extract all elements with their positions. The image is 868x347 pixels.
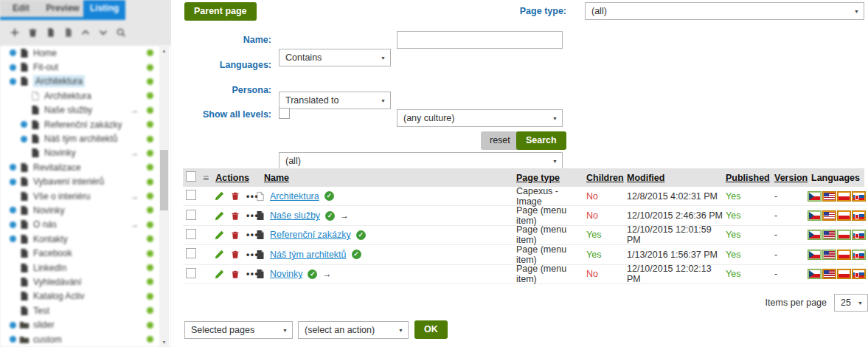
flag-cz-icon[interactable]	[808, 269, 822, 279]
tree-item-label[interactable]: Vybavení interiérů	[33, 176, 104, 187]
items-per-page-select[interactable]: 25 ▼	[834, 294, 868, 312]
tree-item-label[interactable]: slider	[33, 320, 55, 330]
tree-item-label[interactable]: Test	[33, 306, 49, 316]
page-name-link[interactable]: Referenční zakázky	[270, 230, 351, 240]
tree-expander-dot[interactable]	[7, 47, 18, 58]
tree-item-label[interactable]: Fit-out	[33, 62, 58, 72]
tree-item-referen-n-zak-zky[interactable]: Referenční zakázky	[0, 117, 171, 131]
page-type-select[interactable]: (all) ▼	[585, 2, 864, 20]
tree-item-custom[interactable]: custom	[0, 332, 171, 346]
persona-select[interactable]: (all) ▼	[279, 152, 563, 170]
mass-action-scope-select[interactable]: Selected pages ▼	[184, 321, 293, 339]
tree-expander-dot[interactable]	[18, 119, 29, 130]
header-children[interactable]: Children	[586, 173, 624, 183]
tab-preview[interactable]: Preview	[42, 0, 84, 17]
tree-item-label[interactable]: Vyhledávání	[33, 277, 82, 287]
header-page-type[interactable]: Page type	[516, 173, 560, 183]
flag-us-icon[interactable]	[822, 191, 836, 202]
column-settings-icon[interactable]: ≡	[203, 172, 209, 184]
row-checkbox[interactable]	[186, 229, 196, 239]
tree-item-label[interactable]: Revitalizace	[33, 162, 81, 173]
tree-item-label[interactable]: Novinky	[44, 148, 76, 158]
copy-page-icon[interactable]	[41, 24, 59, 41]
tree-item-label[interactable]: Naše služby	[44, 105, 92, 115]
tree-item-label[interactable]: Architektura	[33, 75, 85, 87]
tree-item-revitalizace[interactable]: Revitalizace	[0, 160, 171, 174]
select-all-checkbox[interactable]	[186, 171, 196, 182]
delete-trash-icon[interactable]	[231, 230, 240, 240]
name-filter-input[interactable]	[397, 31, 563, 49]
move-up-icon[interactable]	[77, 24, 94, 41]
row-checkbox[interactable]	[186, 190, 196, 200]
tree-item-facebook[interactable]: Facebook	[0, 246, 171, 260]
new-page-icon[interactable]	[6, 24, 24, 41]
tree-item-label[interactable]: Novinky	[33, 205, 65, 216]
tree-item-linkedin[interactable]: LinkedIn	[0, 261, 171, 275]
flag-pl-icon[interactable]	[837, 250, 851, 260]
flag-us-icon[interactable]	[822, 250, 836, 260]
tree-item-label[interactable]: Architektura	[44, 91, 91, 101]
flag-us-icon[interactable]	[822, 210, 836, 221]
flag-cz-icon[interactable]	[808, 210, 822, 221]
flag-pl-icon[interactable]	[837, 230, 851, 240]
tree-item-katalog-activ[interactable]: Katalog Activ	[0, 289, 171, 303]
search-button[interactable]: Search	[516, 131, 566, 150]
scrollbar-thumb[interactable]	[160, 150, 168, 210]
header-published[interactable]: Published	[726, 173, 770, 183]
tree-item-n-t-m-architekt[interactable]: Náš tým architektů	[0, 131, 171, 145]
search-icon[interactable]	[112, 24, 130, 41]
edit-pencil-icon[interactable]	[215, 269, 224, 279]
tree-expander-dot[interactable]	[7, 233, 18, 244]
tree-expander-dot[interactable]	[7, 162, 18, 173]
parent-page-button[interactable]: Parent page	[184, 2, 257, 21]
flag-sk-icon[interactable]	[852, 210, 866, 221]
tree-item-architektura[interactable]: Architektura	[0, 89, 171, 103]
tree-item-label[interactable]: Vše o interiéru	[33, 191, 90, 202]
tree-expander-dot[interactable]	[7, 219, 18, 230]
flag-sk-icon[interactable]	[852, 269, 866, 279]
flag-cz-icon[interactable]	[808, 191, 822, 202]
flag-sk-icon[interactable]	[852, 250, 866, 260]
flag-pl-icon[interactable]	[837, 269, 851, 279]
tree-item-vyhled-v-n[interactable]: Vyhledávání	[0, 275, 171, 289]
tab-edit[interactable]: Edit	[0, 0, 42, 17]
tree-item-test[interactable]: Test	[0, 303, 171, 317]
tree-item-slider[interactable]: slider	[0, 317, 171, 331]
tree-item-label[interactable]: custom	[33, 334, 62, 345]
page-name-link[interactable]: Náš tým architektů	[270, 250, 347, 260]
row-checkbox[interactable]	[186, 248, 196, 258]
tree-expander-dot[interactable]	[18, 134, 29, 145]
languages-operator-select[interactable]: Translated to ▼	[279, 92, 391, 109]
tree-item-label[interactable]: Katalog Activ	[33, 291, 84, 301]
tree-item-vybaven-interi-r[interactable]: Vybavení interiérů	[0, 175, 171, 189]
flag-us-icon[interactable]	[822, 269, 836, 279]
row-checkbox[interactable]	[186, 268, 196, 278]
tree-item-v-e-o-interi-ru[interactable]: Vše o interiéru→	[0, 189, 171, 203]
ok-button[interactable]: OK	[414, 320, 448, 339]
tree-item-architektura[interactable]: Architektura	[0, 75, 171, 89]
tree-item-novinky[interactable]: Novinky→	[0, 146, 171, 160]
reset-button[interactable]: reset	[481, 131, 519, 150]
move-page-icon[interactable]	[59, 24, 77, 41]
tree-item-label[interactable]: Referenční zakázky	[44, 120, 122, 130]
edit-pencil-icon[interactable]	[215, 211, 224, 221]
tree-expander-dot[interactable]	[7, 176, 18, 188]
delete-trash-icon[interactable]	[231, 269, 240, 279]
header-actions[interactable]: Actions	[215, 173, 249, 183]
tab-listing[interactable]: Listing	[83, 0, 125, 17]
delete-trash-icon[interactable]	[231, 191, 240, 201]
tree-item-label[interactable]: LinkedIn	[33, 263, 66, 273]
flag-cz-icon[interactable]	[808, 230, 822, 240]
flag-sk-icon[interactable]	[852, 230, 866, 240]
scroll-up-icon[interactable]: ▲	[159, 46, 169, 55]
tree-item-kontakty[interactable]: Kontakty	[0, 232, 171, 246]
name-operator-select[interactable]: Contains ▼	[279, 49, 391, 66]
edit-pencil-icon[interactable]	[215, 191, 224, 201]
tree-item-o-n-s[interactable]: O nás→	[0, 218, 171, 232]
mass-action-select[interactable]: (select an action) ▼	[298, 321, 409, 339]
tree-item-label[interactable]: Home	[33, 48, 57, 58]
tree-item-home[interactable]: Home	[0, 46, 171, 60]
flag-pl-icon[interactable]	[837, 210, 851, 221]
tree-item-novinky[interactable]: Novinky	[0, 203, 171, 217]
delete-trash-icon[interactable]	[231, 250, 240, 259]
